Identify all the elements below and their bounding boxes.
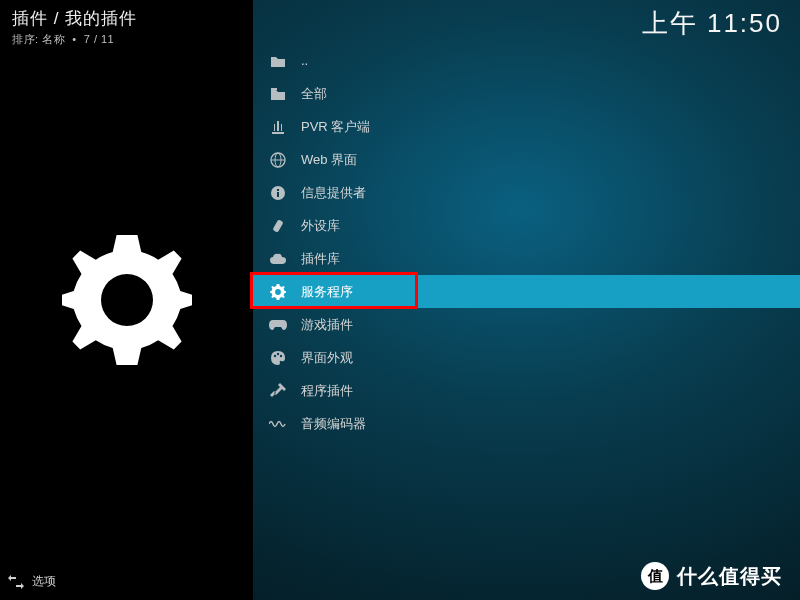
gear-large-icon: [62, 235, 192, 365]
sort-label: 排序: 名称: [12, 33, 65, 45]
clock: 上午 11:50: [642, 6, 782, 41]
list-item-label: 服务程序: [301, 283, 353, 301]
gamepad-icon: [269, 316, 287, 334]
info-icon: [269, 184, 287, 202]
svg-rect-6: [277, 189, 279, 191]
svg-point-10: [280, 354, 282, 356]
svg-rect-7: [272, 219, 283, 232]
tools-icon: [269, 382, 287, 400]
left-panel: 插件 / 我的插件 排序: 名称 • 7 / 11 选项: [0, 0, 253, 600]
options-hint[interactable]: 选项: [8, 573, 56, 590]
device-icon: [269, 217, 287, 235]
list-item[interactable]: 游戏插件: [253, 308, 800, 341]
list-item-label: 全部: [301, 85, 327, 103]
list-item[interactable]: 界面外观: [253, 341, 800, 374]
right-panel: 上午 11:50 ..全部PVR 客户端Web 界面信息提供者外设库插件库服务程…: [253, 0, 800, 600]
list-item[interactable]: Web 界面: [253, 143, 800, 176]
list-item-label: ..: [301, 53, 308, 68]
folder-up-icon: [269, 52, 287, 70]
list-item-label: 插件库: [301, 250, 340, 268]
svg-rect-0: [271, 88, 277, 90]
wave-icon: [269, 415, 287, 433]
list-item[interactable]: 服务程序: [253, 275, 800, 308]
svg-point-9: [277, 352, 279, 354]
addon-category-list: ..全部PVR 客户端Web 界面信息提供者外设库插件库服务程序游戏插件界面外观…: [253, 44, 800, 440]
breadcrumb: 插件 / 我的插件: [12, 8, 137, 30]
list-item[interactable]: 程序插件: [253, 374, 800, 407]
list-item-label: 程序插件: [301, 382, 353, 400]
list-item-label: Web 界面: [301, 151, 357, 169]
antenna-icon: [269, 118, 287, 136]
cloud-icon: [269, 250, 287, 268]
brand-badge-icon: 值: [641, 562, 669, 590]
globe-icon: [269, 151, 287, 169]
gear-icon: [269, 283, 287, 301]
list-item[interactable]: 全部: [253, 77, 800, 110]
list-item[interactable]: 外设库: [253, 209, 800, 242]
brand-watermark: 值 什么值得买: [623, 552, 800, 600]
brand-text: 什么值得买: [677, 563, 782, 590]
list-item[interactable]: PVR 客户端: [253, 110, 800, 143]
list-item-label: 外设库: [301, 217, 340, 235]
list-item[interactable]: 信息提供者: [253, 176, 800, 209]
options-label: 选项: [32, 573, 56, 590]
list-item-label: 音频编码器: [301, 415, 366, 433]
folder-icon: [269, 85, 287, 103]
list-item-label: 信息提供者: [301, 184, 366, 202]
list-item[interactable]: 插件库: [253, 242, 800, 275]
svg-point-8: [274, 354, 276, 356]
list-item[interactable]: ..: [253, 44, 800, 77]
list-item[interactable]: 音频编码器: [253, 407, 800, 440]
arrows-icon: [8, 575, 24, 589]
palette-icon: [269, 349, 287, 367]
svg-rect-5: [277, 192, 279, 197]
position-indicator: 7 / 11: [84, 33, 115, 45]
list-item-label: 游戏插件: [301, 316, 353, 334]
list-item-label: 界面外观: [301, 349, 353, 367]
list-item-label: PVR 客户端: [301, 118, 370, 136]
